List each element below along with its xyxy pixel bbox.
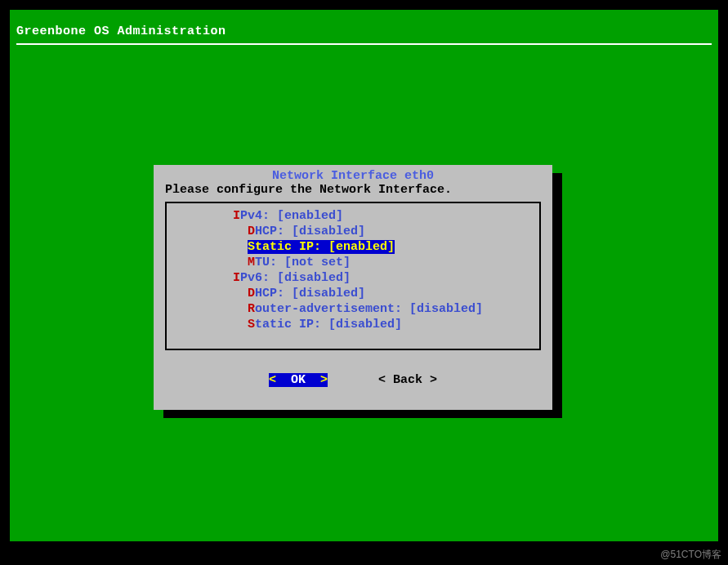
- option-ipv4-mtu[interactable]: MTU: [not set]: [167, 255, 539, 270]
- app-header: Greenbone OS Administration: [10, 10, 718, 48]
- header-divider: [16, 43, 712, 45]
- option-ipv6[interactable]: IPv6: [disabled]: [167, 270, 539, 286]
- dialog-title: Network Interface eth0: [162, 168, 544, 183]
- app-title: Greenbone OS Administration: [16, 24, 712, 38]
- option-ipv6-ra[interactable]: Router-advertisement: [disabled]: [167, 301, 539, 317]
- option-ipv4-static-selected[interactable]: Static IP: [enabled]: [167, 239, 539, 255]
- dialog-subtitle: Please configure the Network Interface.: [162, 183, 544, 202]
- ok-button[interactable]: < OK >: [269, 373, 328, 387]
- option-ipv6-dhcp[interactable]: DHCP: [disabled]: [167, 286, 539, 301]
- button-row: < OK > < Back >: [162, 373, 544, 387]
- option-ipv4-dhcp[interactable]: DHCP: [disabled]: [167, 224, 539, 239]
- back-button[interactable]: < Back >: [378, 373, 437, 387]
- option-list: IPv4: [enabled] DHCP: [disabled] Static …: [165, 202, 541, 350]
- option-ipv6-static[interactable]: Static IP: [disabled]: [167, 317, 539, 332]
- network-interface-dialog: Network Interface eth0 Please configure …: [154, 165, 552, 410]
- terminal-background: Greenbone OS Administration Network Inte…: [10, 10, 718, 541]
- watermark: @51CTO博客: [660, 548, 721, 562]
- option-ipv4[interactable]: IPv4: [enabled]: [167, 208, 539, 224]
